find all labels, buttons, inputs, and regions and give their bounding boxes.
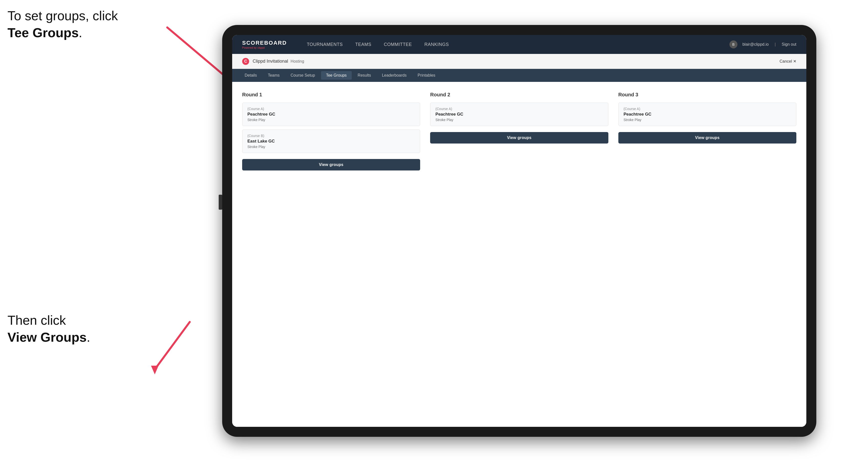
round-1-course-a-format: Stroke Play	[247, 118, 415, 122]
cancel-button[interactable]: Cancel ✕	[780, 59, 796, 64]
sub-header-logo: C	[242, 58, 249, 65]
round-1-view-groups-button[interactable]: View groups	[242, 159, 420, 170]
tab-tee-groups[interactable]: Tee Groups	[321, 71, 352, 80]
tab-results[interactable]: Results	[353, 71, 376, 80]
tablet-screen: SCOREBOARD Powered by clippd TOURNAMENTS…	[232, 35, 806, 427]
round-2-label: Round 2	[430, 92, 608, 98]
round-1-course-b: (Course B) East Lake GC Stroke Play	[242, 129, 420, 153]
sign-out-link[interactable]: Sign out	[782, 42, 796, 47]
nav-rankings[interactable]: RANKINGS	[424, 42, 449, 47]
round-1-course-b-tag: (Course B)	[247, 134, 415, 138]
instruction-bottom-bold: View Groups	[7, 330, 87, 344]
round-2-course-a: (Course A) Peachtree GC Stroke Play	[430, 102, 608, 126]
round-1-course-a-tag: (Course A)	[247, 107, 415, 111]
instruction-top-period: .	[79, 26, 82, 40]
round-2-view-groups-button[interactable]: View groups	[430, 132, 608, 144]
sub-header-title: Clippd Invitational	[253, 59, 288, 64]
tablet-device: SCOREBOARD Powered by clippd TOURNAMENTS…	[222, 25, 816, 437]
instruction-top-line1: To set groups, click	[7, 8, 118, 23]
instruction-top: To set groups, click Tee Groups.	[7, 7, 118, 41]
tab-printables[interactable]: Printables	[413, 71, 440, 80]
round-3-label: Round 3	[618, 92, 796, 98]
rounds-grid: Round 1 (Course A) Peachtree GC Stroke P…	[242, 92, 796, 170]
nav-tournaments[interactable]: TOURNAMENTS	[307, 42, 343, 47]
round-1-label: Round 1	[242, 92, 420, 98]
round-2-course-a-tag: (Course A)	[435, 107, 603, 111]
arrow-view-groups	[140, 317, 220, 382]
round-2-course-a-format: Stroke Play	[435, 118, 603, 122]
nav-links: TOURNAMENTS TEAMS COMMITTEE RANKINGS	[307, 42, 714, 47]
svg-line-2	[155, 322, 190, 369]
round-2-column: Round 2 (Course A) Peachtree GC Stroke P…	[430, 92, 608, 170]
tablet-side-button	[219, 195, 222, 210]
tab-nav: Details Teams Course Setup Tee Groups Re…	[232, 69, 806, 82]
top-nav: SCOREBOARD Powered by clippd TOURNAMENTS…	[232, 35, 806, 54]
user-avatar: B	[730, 40, 738, 49]
logo-area: SCOREBOARD Powered by clippd	[242, 40, 287, 49]
instruction-top-bold: Tee Groups	[7, 26, 79, 40]
logo-sub: Powered by clippd	[242, 46, 287, 49]
logo-text: SCOREBOARD	[242, 40, 287, 46]
round-3-course-a-format: Stroke Play	[624, 118, 791, 122]
tab-leaderboards[interactable]: Leaderboards	[377, 71, 412, 80]
round-3-course-a-tag: (Course A)	[624, 107, 791, 111]
round-3-course-a-name: Peachtree GC	[624, 112, 791, 117]
tab-details[interactable]: Details	[240, 71, 262, 80]
nav-right: B blair@clippd.io | Sign out	[730, 40, 796, 49]
svg-marker-3	[151, 366, 158, 374]
round-3-course-a: (Course A) Peachtree GC Stroke Play	[618, 102, 796, 126]
sub-header: C Clippd Invitational Hosting Cancel ✕	[232, 54, 806, 69]
round-3-view-groups-button[interactable]: View groups	[618, 132, 796, 144]
sub-header-hosting: Hosting	[290, 59, 304, 64]
tab-course-setup[interactable]: Course Setup	[286, 71, 320, 80]
main-content: Round 1 (Course A) Peachtree GC Stroke P…	[232, 82, 806, 427]
instruction-bottom-line1: Then click	[7, 313, 66, 328]
instruction-bottom-period: .	[87, 330, 90, 344]
round-2-course-a-name: Peachtree GC	[435, 112, 603, 117]
round-1-course-b-format: Stroke Play	[247, 145, 415, 149]
nav-teams[interactable]: TEAMS	[355, 42, 371, 47]
nav-user-email: blair@clippd.io	[742, 42, 769, 47]
round-1-course-a-name: Peachtree GC	[247, 112, 415, 117]
instruction-bottom: Then click View Groups.	[7, 312, 90, 346]
round-1-column: Round 1 (Course A) Peachtree GC Stroke P…	[242, 92, 420, 170]
nav-committee[interactable]: COMMITTEE	[384, 42, 412, 47]
tab-teams[interactable]: Teams	[263, 71, 285, 80]
round-3-column: Round 3 (Course A) Peachtree GC Stroke P…	[618, 92, 796, 170]
round-1-course-b-name: East Lake GC	[247, 139, 415, 144]
round-1-course-a: (Course A) Peachtree GC Stroke Play	[242, 102, 420, 126]
